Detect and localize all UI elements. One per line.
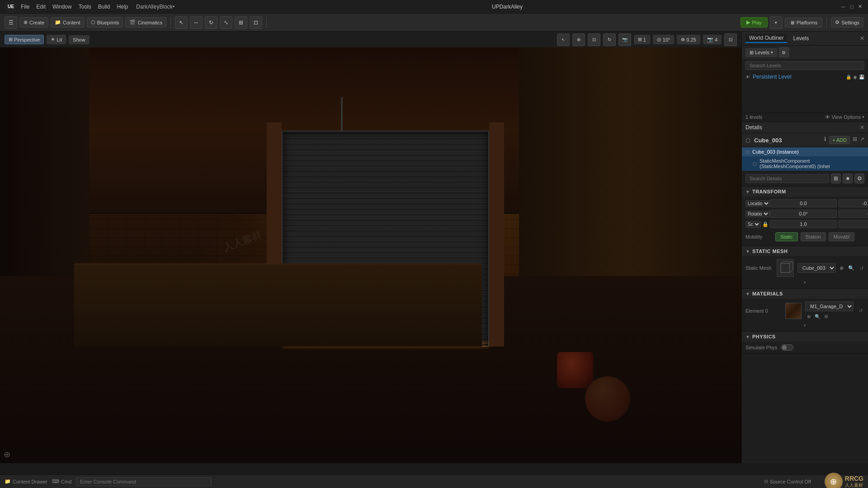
viewport-rotate-button[interactable]: ↻ <box>603 33 616 46</box>
location-label: Locatio <box>745 200 768 207</box>
viewport-toolbar: ⊞ Perspective ☀ Lit Show ↖ ⊕ ⊡ ↻ 📷 ⊞ 1 ◎… <box>0 32 741 47</box>
menu-file[interactable]: File <box>21 4 29 10</box>
search-details-input[interactable] <box>745 174 829 183</box>
perspective-icon: ⊞ <box>9 37 13 42</box>
materials-header[interactable]: ▼ MATERIALS <box>742 289 868 299</box>
translate-tool-button[interactable]: ↔ <box>190 16 203 29</box>
content-button[interactable]: 📁 Content <box>51 17 85 28</box>
viewport-nav-button[interactable]: ⊕ <box>572 33 585 46</box>
rotate-tool-button[interactable]: ↻ <box>205 16 217 29</box>
location-y-input[interactable] <box>839 199 868 207</box>
grid-num: 1 <box>643 37 646 42</box>
details-tab[interactable]: Details <box>745 124 762 131</box>
console-command-input[interactable] <box>76 477 212 486</box>
viewport-camera-button[interactable]: 📷 <box>618 33 631 46</box>
location-mode-select[interactable]: Locatio <box>745 200 770 207</box>
material-element-row: Element 0 M1_Garage_Door_2x2 ⊕ 🔍 ⚙ <box>745 301 864 320</box>
menu-tools[interactable]: Tools <box>79 4 91 10</box>
scale-lock-icon[interactable]: 🔒 <box>762 221 769 227</box>
close-panel-button[interactable]: ✕ <box>860 35 864 42</box>
details-filter-button[interactable]: ⚙ <box>854 174 864 183</box>
viewport-snap-button[interactable]: ⊡ <box>588 33 600 46</box>
lit-button[interactable]: ☀ Lit <box>47 35 66 44</box>
material-browse-icon[interactable]: ⊕ <box>805 313 812 320</box>
material-select-dropdown[interactable]: M1_Garage_Door_2x2 <box>805 301 854 311</box>
scale-tool-button[interactable]: ⤡ <box>220 16 232 29</box>
add-component-button[interactable]: + ADD <box>829 136 850 144</box>
show-button[interactable]: Show <box>69 35 90 44</box>
close-button[interactable]: ✕ <box>857 4 863 10</box>
level-save-icon: 💾 <box>859 75 864 80</box>
mesh-find-button[interactable]: 🔍 <box>847 264 855 272</box>
viewport-zoom-button[interactable]: ⊕ 0.25 <box>677 35 700 44</box>
toolbar-separator-2 <box>266 17 267 28</box>
settings-button[interactable]: ⚙ Settings <box>831 17 863 28</box>
menu-window[interactable]: Window <box>52 4 72 10</box>
viewport-layer-button[interactable]: 📷 4 <box>703 35 722 44</box>
play-button[interactable]: ▶ Play <box>741 17 767 28</box>
content-drawer-button[interactable]: 📁 Content Drawer <box>5 479 47 484</box>
levels-search-input[interactable] <box>745 61 864 70</box>
perspective-button[interactable]: ⊞ Perspective <box>5 35 44 44</box>
maximize-button[interactable]: □ <box>849 4 855 10</box>
scale-x-input[interactable] <box>770 220 837 228</box>
scale-y-input[interactable] <box>839 220 868 228</box>
static-mesh-header[interactable]: ▼ STATIC MESH <box>742 246 868 256</box>
cinematics-button[interactable]: 🎬 Cinematics <box>125 17 166 28</box>
details-favorites-button[interactable]: ★ <box>843 174 853 183</box>
component-instance-item[interactable]: ⬡ Cube_003 (Instance) <box>742 147 868 156</box>
levels-tab[interactable]: Levels <box>789 34 812 42</box>
menu-help[interactable]: Help <box>117 4 128 10</box>
search-details-bar: ⊞ ★ ⚙ <box>742 171 868 187</box>
rotation-mode-select[interactable]: Rotatio <box>745 211 770 217</box>
mesh-browse-button[interactable]: ⊕ <box>838 264 846 272</box>
viewport-options-button[interactable]: ↖ <box>557 33 570 46</box>
scale-mode-select[interactable]: Sc <box>745 221 761 228</box>
source-control-button[interactable]: ⊙ Source Control Off <box>764 479 811 484</box>
blueprints-button[interactable]: ⬡ Blueprints <box>87 17 123 28</box>
movable-mobility-button[interactable]: Movabl <box>829 232 854 241</box>
source-control-icon: ⊙ <box>764 479 768 484</box>
viewport-fullscreen-button[interactable]: ⊡ <box>724 33 737 46</box>
menu-build[interactable]: Build <box>98 4 110 10</box>
material-expand-icon[interactable]: ▾ <box>804 323 806 328</box>
component-mesh-item[interactable]: ⬡ StaticMeshComponent (StaticMeshCompone… <box>742 156 868 171</box>
mesh-expand-icon[interactable]: ▾ <box>804 280 806 285</box>
mesh-thumbnail <box>777 259 794 277</box>
level-item-persistent[interactable]: 👁 Persistent Level 🔒 ◉ 💾 <box>742 72 868 82</box>
stationary-mobility-button[interactable]: Station <box>801 232 826 241</box>
menu-edit[interactable]: Edit <box>36 4 46 10</box>
material-find-icon[interactable]: 🔍 <box>814 313 821 320</box>
simulate-toggle[interactable] <box>781 344 793 351</box>
levels-dropdown[interactable]: ⊞ Levels ▾ <box>745 48 777 57</box>
minimize-button[interactable]: ─ <box>840 4 846 10</box>
physics-header[interactable]: ▼ PHYSICS <box>742 332 868 342</box>
play-options-button[interactable]: ▾ <box>770 16 783 29</box>
viewport-grid-button[interactable]: ⊞ 1 <box>634 35 650 44</box>
view-options-button[interactable]: 👁 View Options ▾ <box>825 114 864 120</box>
levels-settings-button[interactable]: ⚙ <box>779 47 789 57</box>
select-tool-button[interactable]: ↖ <box>175 16 188 29</box>
transform-section-header[interactable]: ▼ TRANSFORM <box>742 187 868 197</box>
cinematics-label: Cinematics <box>137 20 162 25</box>
snap-tool-button[interactable]: ⊡ <box>250 16 262 29</box>
rotation-x-input[interactable] <box>770 210 837 218</box>
viewport-angle-button[interactable]: ◎ 10° <box>653 35 675 44</box>
viewport[interactable]: ⊞ Perspective ☀ Lit Show ↖ ⊕ ⊡ ↻ 📷 ⊞ 1 ◎… <box>0 32 741 463</box>
platforms-button[interactable]: 🖥 Platforms <box>785 18 822 28</box>
hamburger-menu-button[interactable]: ☰ <box>5 16 17 29</box>
create-button[interactable]: ⊕ Create <box>19 17 48 28</box>
rotation-y-input[interactable] <box>839 210 868 218</box>
close-details-button[interactable]: ✕ <box>860 124 864 131</box>
source-control-label: Source Control Off <box>770 479 811 484</box>
mobility-row: Mobility Static Station Movabl <box>745 230 864 243</box>
material-settings-icon[interactable]: ⚙ <box>822 313 830 320</box>
mesh-reset-button[interactable]: ↺ <box>859 264 864 272</box>
material-reset-button[interactable]: ↺ <box>857 307 864 314</box>
details-grid-view-button[interactable]: ⊞ <box>831 174 841 183</box>
world-outliner-tab[interactable]: World Outliner <box>745 34 787 43</box>
transform-tool-button[interactable]: ⊞ <box>235 16 247 29</box>
location-x-input[interactable] <box>770 199 837 207</box>
mesh-select-dropdown[interactable]: Cube_003 <box>797 263 836 273</box>
static-mobility-button[interactable]: Static <box>775 232 798 241</box>
